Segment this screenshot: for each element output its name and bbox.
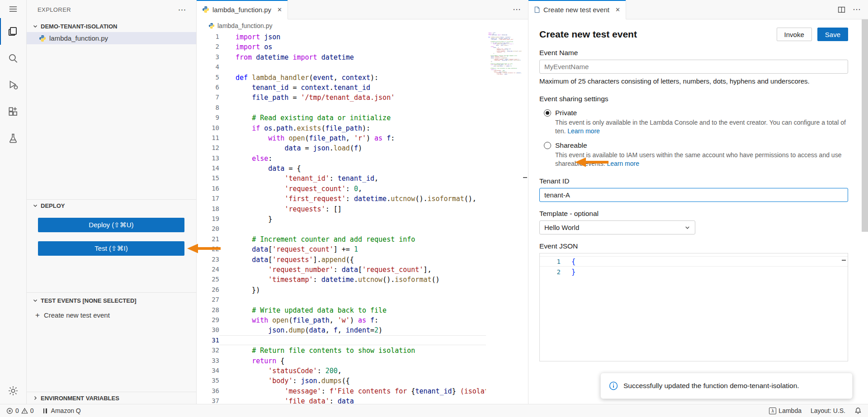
- code-line[interactable]: 23 data['requests'].append({: [197, 254, 486, 264]
- code-line[interactable]: 1import json: [197, 32, 486, 42]
- explorer-icon[interactable]: [0, 18, 27, 45]
- code-line[interactable]: 10 if os.path.exists(file_path):: [197, 123, 486, 133]
- split-editor-icon[interactable]: [838, 6, 845, 14]
- code-line[interactable]: 35 'body': json.dumps({: [197, 375, 486, 385]
- tenant-id-input[interactable]: [539, 188, 848, 202]
- code-line[interactable]: 37 'file_data': data: [197, 396, 486, 404]
- line-number[interactable]: 4: [197, 62, 219, 72]
- code-line[interactable]: 30 json.dump(data, f, indent=2): [197, 325, 486, 335]
- line-number[interactable]: 32: [197, 345, 219, 355]
- sidebar-more-actions-icon[interactable]: ⋯: [178, 6, 186, 14]
- menu-icon[interactable]: [0, 0, 27, 18]
- line-number[interactable]: 34: [197, 365, 219, 375]
- code-line[interactable]: 9 # Read existing data or initialize: [197, 112, 486, 122]
- line-number[interactable]: 33: [197, 356, 219, 365]
- code-line[interactable]: 14 data = {: [197, 163, 486, 173]
- code-line[interactable]: 22 data['request_count'] += 1: [197, 244, 486, 254]
- code-line[interactable]: 34 'statusCode': 200,: [197, 365, 486, 375]
- close-icon[interactable]: ✕: [615, 6, 620, 13]
- code-line[interactable]: 12 data = json.load(f): [197, 143, 486, 153]
- line-number[interactable]: 23: [197, 254, 219, 264]
- invoke-button[interactable]: Invoke: [777, 28, 812, 41]
- code-line[interactable]: 27: [197, 295, 486, 305]
- code-line[interactable]: 32 # Return file contents to show isolat…: [197, 345, 486, 355]
- problems-indicator[interactable]: 0 0: [6, 407, 34, 414]
- code-line[interactable]: 26 }): [197, 285, 486, 295]
- line-number[interactable]: 17: [197, 193, 219, 203]
- line-number[interactable]: 15: [197, 173, 219, 183]
- line-number[interactable]: 6: [197, 82, 219, 92]
- line-number[interactable]: 2: [197, 42, 219, 52]
- run-debug-icon[interactable]: [0, 71, 27, 98]
- code-line[interactable]: 25 'timestamp': datetime.utcnow().isofor…: [197, 274, 486, 284]
- line-number[interactable]: 36: [197, 386, 219, 396]
- code-line[interactable]: 7 file_path = '/tmp/tenant_data.json': [197, 92, 486, 102]
- line-number[interactable]: 24: [197, 264, 219, 274]
- lambda-status[interactable]: λ Lambda: [769, 407, 802, 414]
- line-number[interactable]: 20: [197, 224, 219, 234]
- line-number[interactable]: 19: [197, 214, 219, 224]
- code-line[interactable]: 5def lambda_handler(event, context):: [197, 72, 486, 82]
- code-line[interactable]: 3from datetime import datetime: [197, 52, 486, 62]
- line-number[interactable]: 9: [197, 112, 219, 122]
- code-line[interactable]: 24 'request_number': data['request_count…: [197, 264, 486, 274]
- save-button[interactable]: Save: [817, 28, 848, 41]
- line-number[interactable]: 7: [197, 92, 219, 102]
- code-line[interactable]: 2import os: [197, 42, 486, 52]
- line-number[interactable]: 37: [197, 396, 219, 404]
- amazon-q-status[interactable]: Amazon Q: [43, 407, 81, 414]
- line-number[interactable]: 14: [197, 163, 219, 173]
- code-line[interactable]: 29 with open(file_path, 'w') as f:: [197, 315, 486, 325]
- line-number[interactable]: 10: [197, 123, 219, 133]
- code-line[interactable]: 19 }: [197, 214, 486, 224]
- learn-more-link[interactable]: Learn more: [607, 160, 639, 167]
- minimap[interactable]: import jsonimport osfrom datetime import…: [488, 33, 522, 96]
- line-number[interactable]: 26: [197, 285, 219, 295]
- line-number[interactable]: 8: [197, 103, 219, 112]
- radio-private[interactable]: [544, 109, 551, 117]
- line-number[interactable]: 11: [197, 133, 219, 143]
- deploy-button[interactable]: Deploy (⇧⌘U): [38, 218, 184, 232]
- code-line[interactable]: 33 return {: [197, 356, 486, 365]
- panel-scrollbar[interactable]: [862, 19, 868, 232]
- file-item-lambda-function[interactable]: lambda_function.py: [27, 32, 196, 44]
- line-number[interactable]: 31: [197, 335, 219, 345]
- section-header-project[interactable]: DEMO-TENANT-ISOLATION: [27, 20, 196, 32]
- line-number[interactable]: 25: [197, 274, 219, 284]
- code-line[interactable]: 18 'requests': []: [197, 204, 486, 214]
- code-editor[interactable]: 1import json2import os3from datetime imp…: [197, 32, 528, 404]
- radio-shareable[interactable]: [544, 142, 551, 149]
- code-line[interactable]: 36 'message': f'File contents for {tenan…: [197, 386, 486, 396]
- code-line[interactable]: 11 with open(file_path, 'r') as f:: [197, 133, 486, 143]
- code-line[interactable]: 20: [197, 224, 486, 234]
- code-line[interactable]: 15 'tenant_id': tenant_id,: [197, 173, 486, 183]
- editor-more-actions-icon[interactable]: ⋯: [513, 5, 521, 14]
- line-number[interactable]: 5: [197, 72, 219, 82]
- section-header-deploy[interactable]: DEPLOY: [27, 200, 196, 211]
- line-number[interactable]: 1: [197, 32, 219, 42]
- line-number[interactable]: 35: [197, 375, 219, 385]
- section-header-environment-variables[interactable]: ENVIRONMENT VARIABLES: [27, 392, 196, 404]
- code-line[interactable]: 28 # Write updated data back to file: [197, 305, 486, 315]
- code-line[interactable]: 16 'request_count': 0,: [197, 183, 486, 193]
- code-line[interactable]: 6 tenant_id = context.tenant_id: [197, 82, 486, 92]
- line-number[interactable]: 16: [197, 183, 219, 193]
- line-number[interactable]: 27: [197, 295, 219, 305]
- line-number[interactable]: 13: [197, 153, 219, 163]
- close-icon[interactable]: ✕: [277, 6, 282, 13]
- bell-icon[interactable]: [854, 407, 862, 414]
- test-button[interactable]: Test (⇧⌘I): [38, 241, 184, 256]
- learn-more-link[interactable]: Learn more: [567, 127, 600, 135]
- line-number[interactable]: 18: [197, 204, 219, 214]
- panel-more-actions-icon[interactable]: ⋯: [853, 5, 861, 14]
- code-line[interactable]: 4: [197, 62, 486, 72]
- tab-create-test-event[interactable]: Create new test event ✕: [528, 0, 626, 19]
- json-line[interactable]: 1{: [540, 256, 848, 267]
- code-line[interactable]: 17 'first_request': datetime.utcnow().is…: [197, 193, 486, 203]
- code-line[interactable]: 31: [197, 335, 486, 345]
- search-icon[interactable]: [0, 45, 27, 71]
- code-line[interactable]: 21 # Increment counter and add request i…: [197, 234, 486, 244]
- event-json-editor[interactable]: 1{2}: [539, 253, 848, 361]
- line-number[interactable]: 3: [197, 52, 219, 62]
- tab-lambda-function[interactable]: lambda_function.py ✕: [197, 0, 288, 19]
